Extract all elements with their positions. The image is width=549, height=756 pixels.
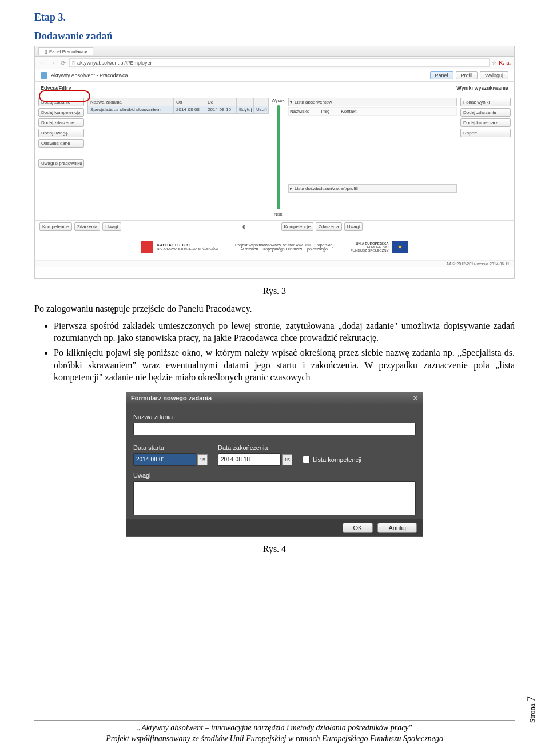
odswiez-dane-button[interactable]: Odśwież dane (38, 139, 84, 148)
bottom-tabbar: Kompetencje Zdarzenia Uwagi 0 Kompetencj… (35, 220, 514, 233)
td-od: 2014-08-08 (174, 106, 205, 113)
slider-track[interactable] (277, 105, 280, 209)
task-table: Nazwa zadania Od Do Specjalista ds obrób… (87, 98, 269, 114)
dodaj-zdarzenie-r-button[interactable]: Dodaj zdarzenie (460, 108, 511, 117)
screenshot-main-panel: ▯ Panel Pracodawcy ← → ⟳ ▯ aktywnyabsolw… (34, 46, 515, 279)
sponsor-left: KAPITAŁ LUDZKI NARODOWA STRATEGIA SPÓJNO… (141, 241, 218, 253)
sponsor-right-l1: UNIA EUROPEJSKA (351, 242, 389, 245)
checkbox-label: Lista kompetencji (313, 456, 361, 463)
dodaj-uwage-button[interactable]: Dodaj uwagę (38, 129, 84, 137)
sponsor-mid-l1: Projekt współfinansowany ze środków Unii… (235, 243, 333, 247)
anuluj-button[interactable]: Anuluj (377, 523, 417, 533)
th-do: Do (205, 98, 237, 106)
tab-uwagi-r[interactable]: Uwagi (344, 222, 363, 231)
list-absolwentow-header[interactable]: ▾ Lista absolwentów (288, 98, 457, 106)
app-footer-bar: AA © 2012-2014 wersja 2014.06.11 (35, 260, 514, 267)
th-blank2 (254, 98, 268, 106)
reload-icon[interactable]: ⟳ (59, 59, 67, 67)
th-blank1 (237, 98, 254, 106)
tab-uwagi-l[interactable]: Uwagi (102, 222, 121, 231)
nav-wyloguj-button[interactable]: Wyloguj (480, 71, 508, 79)
tab-zdarzenia-l[interactable]: Zdarzenia (74, 222, 101, 231)
uwagi-o-pracowniku-button[interactable]: Uwagi o pracowniku (38, 159, 84, 168)
ok-button[interactable]: OK (343, 523, 373, 533)
page-side-num: 7 (524, 696, 537, 702)
forward-icon[interactable]: → (49, 59, 57, 67)
list-absolwentow-label: Lista absolwentów (295, 100, 332, 105)
col-kontakt: Kontakt (341, 109, 356, 114)
tab-kompetencje-r[interactable]: Kompetencje (281, 222, 314, 231)
footer-line-1: „Aktywny absolwent – innowacyjne narzędz… (34, 723, 515, 734)
nazwa-input[interactable] (133, 423, 416, 435)
close-icon[interactable]: ✕ (413, 395, 418, 402)
list-doswiadczen-header[interactable]: ▸ Lista doświadczeń/zadań/profili (288, 184, 457, 193)
app-nav: Panel Profil Wyloguj (430, 71, 508, 79)
tab-zdarzenia-r[interactable]: Zdarzenia (316, 222, 342, 231)
dodaj-kompetencje-button[interactable]: Dodaj kompetencję (38, 108, 84, 117)
bullet-list: Pierwsza spośród zakładek umieszczonych … (34, 320, 515, 384)
dialog-title: Formularz nowego zadania (131, 395, 212, 401)
page-footer: „Aktywny absolwent – innowacyjne narzędz… (34, 720, 515, 745)
priority-slider[interactable]: Wysoki Niski (272, 98, 285, 217)
nav-profil-button[interactable]: Profil (456, 71, 478, 79)
back-icon[interactable]: ← (38, 59, 46, 67)
usun-button[interactable]: Usuń (254, 106, 268, 113)
page-icon: ▯ (45, 49, 47, 54)
sponsor-right-l3: FUNDUSZ SPOŁECZNY (351, 249, 389, 252)
col-imie: Imię (321, 109, 329, 114)
task-table-header: Nazwa zadania Od Do (88, 98, 268, 106)
label-end: Data zakończenia (218, 444, 292, 451)
dodaj-komentarz-button[interactable]: Dodaj komentarz (460, 118, 511, 127)
date-start-col: Data startu 2014-08-01 15 (133, 441, 208, 466)
sponsor-mid-l2: w ramach Europejskiego Funduszu Społeczn… (235, 247, 333, 251)
td-do: 2014-08-15 (205, 106, 237, 113)
date-end-input[interactable]: 2014-08-18 (218, 453, 281, 466)
list-doswiadczen-label: Lista doświadczeń/zadań/profili (295, 186, 358, 191)
edytuj-button[interactable]: Edytuj (237, 106, 254, 113)
subheading: Dodawanie zadań (34, 30, 515, 42)
spacer (38, 149, 84, 157)
nav-panel-button[interactable]: Panel (430, 71, 453, 79)
date-start-input[interactable]: 2014-08-01 (133, 453, 196, 466)
chevron-down-icon: ▾ (290, 100, 292, 105)
task-list: Nazwa zadania Od Do Specjalista ds obrób… (87, 98, 269, 217)
checkbox-icon[interactable] (303, 456, 310, 463)
calendar-icon[interactable]: 15 (282, 454, 292, 465)
bullet-2: Po kliknięciu pojawi się poniższe okno, … (54, 347, 515, 384)
raport-button[interactable]: Raport (460, 129, 511, 137)
dodaj-zadanie-button[interactable]: Dodaj zadanie (38, 98, 84, 106)
browser-tabstrip: ▯ Panel Pracodawcy (35, 46, 514, 57)
task-row[interactable]: Specjalista ds obróbki skrawaniem 2014-0… (88, 106, 268, 113)
left-button-column: Dodaj zadanie Dodaj kompetencję Dodaj zd… (38, 98, 84, 217)
step-heading: Etap 3. (34, 11, 515, 23)
browser-tab[interactable]: ▯ Panel Pracodawcy (38, 47, 93, 55)
list-absolwentow-cols: Nazwisko Imię Kontakt (288, 107, 457, 116)
figure-caption-4: Rys. 4 (34, 544, 515, 554)
star-icon[interactable]: ☆ (492, 60, 496, 66)
kapital-ludzki-icon (141, 241, 153, 253)
ext-k-icon[interactable]: K. (499, 60, 504, 66)
pokaz-wyniki-button[interactable]: Pokaż wyniki (460, 98, 511, 106)
url-bar[interactable]: ▯ aktywnyabsolwent.pl/#/Employer (69, 58, 490, 67)
list-body (288, 116, 457, 184)
page-icon: ▯ (72, 60, 75, 66)
dialog-body: Nazwa zdania Data startu 2014-08-01 15 D… (126, 404, 423, 519)
date-row: Data startu 2014-08-01 15 Data zakończen… (133, 441, 416, 466)
col-nazwisko: Nazwisko (290, 109, 309, 114)
footer-line-2: Projekt współfinansowany ze środków Unii… (34, 734, 515, 745)
app-brand: Aktywny Absolwent - Pracodawca (41, 72, 128, 79)
calendar-icon[interactable]: 15 (197, 454, 208, 465)
uwagi-textarea[interactable] (133, 481, 416, 515)
dodaj-zdarzenie-button[interactable]: Dodaj zdarzenie (38, 118, 84, 127)
results-column: ▾ Lista absolwentów Nazwisko Imię Kontak… (288, 98, 457, 217)
slider-low-label: Niski (274, 212, 283, 217)
eu-flag-icon: ★ (392, 241, 408, 253)
sponsor-mid: Projekt współfinansowany ze środków Unii… (235, 243, 333, 251)
column-headers: Edycja/Filtry Wyniki wyszukiwania (35, 82, 514, 94)
tab-kompetencje-l[interactable]: Kompetencje (39, 222, 72, 231)
ext-a-icon[interactable]: a. (506, 60, 511, 66)
lista-kompetencji-checkbox[interactable]: Lista kompetencji (303, 453, 361, 466)
sponsor-left-title: KAPITAŁ LUDZKI (157, 243, 218, 247)
label-nazwa: Nazwa zdania (133, 413, 416, 420)
col-right-title: Wyniki wyszukiwania (405, 85, 508, 91)
